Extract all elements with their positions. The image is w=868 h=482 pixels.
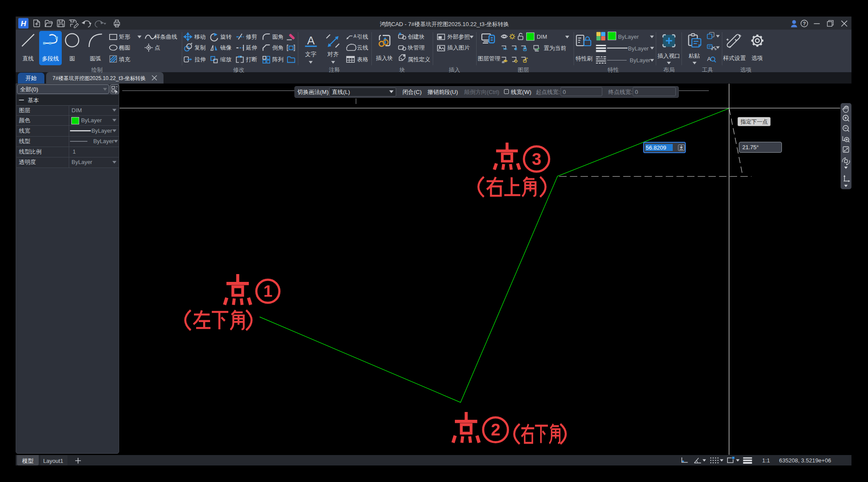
svg-text:2: 2: [491, 420, 501, 439]
svg-text:?: ?: [803, 21, 806, 26]
svg-text:1: 1: [264, 282, 273, 300]
svg-text:3: 3: [532, 150, 541, 168]
svg-text:A: A: [307, 34, 315, 47]
svg-text:A: A: [354, 34, 357, 39]
svg-text:H: H: [21, 20, 27, 28]
